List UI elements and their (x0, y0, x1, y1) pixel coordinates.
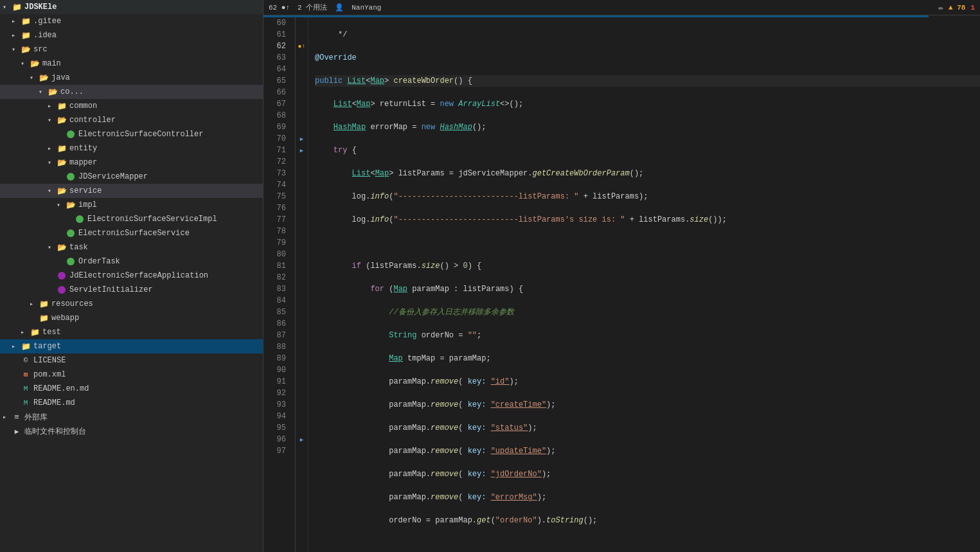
tree-label-main: main (42, 59, 61, 68)
gr-91 (296, 376, 308, 387)
arrow-impl (57, 201, 66, 209)
file-tree[interactable]: 📁 JDSKEle 📁 .gitee 📁 .idea 📂 src 📂 main … (0, 0, 263, 552)
tree-item-readmemd[interactable]: M README.md (0, 396, 263, 410)
java-file-icon-ess (66, 228, 76, 238)
tree-item-resources[interactable]: 📁 resources (0, 297, 263, 311)
tree-item-externallib[interactable]: ≡ 外部库 (0, 410, 263, 424)
folder-icon-webapp: 📁 (39, 313, 49, 323)
tree-item-test[interactable]: 📁 test (0, 325, 263, 339)
folder-icon-entity: 📁 (57, 143, 67, 154)
ln-63: 63 (263, 52, 290, 64)
tree-label-pomxml: pom.xml (33, 370, 66, 379)
tree-item-main[interactable]: 📂 main (0, 57, 263, 71)
gr-92 (296, 387, 308, 399)
tree-item-mapper[interactable]: 📂 mapper (0, 156, 263, 170)
tree-item-service[interactable]: 📂 service (0, 184, 263, 198)
tree-item-impl[interactable]: 📂 impl (0, 198, 263, 212)
arrow-root (3, 3, 12, 11)
code-area[interactable]: 60 61 62 63 64 65 66 67 68 69 70 71 72 7… (263, 17, 980, 552)
tree-item-pomxml[interactable]: m pom.xml (0, 368, 263, 382)
folder-icon: 📁 (12, 2, 22, 12)
gr-76 (296, 202, 308, 214)
author-name: NanYang (352, 4, 381, 12)
gr-89 (296, 353, 308, 364)
tree-item-java[interactable]: 📂 java (0, 71, 263, 85)
ln-65: 65 (263, 75, 290, 87)
java-file-icon-servletinit (57, 285, 67, 295)
folder-icon-gitee: 📁 (21, 16, 31, 26)
gr-65 (296, 75, 308, 87)
code-content: 60 61 62 63 64 65 66 67 68 69 70 71 72 7… (263, 17, 980, 552)
tree-label-impl: impl (78, 200, 97, 209)
author-icon: 👤 (335, 3, 344, 12)
tree-item-license[interactable]: © LICENSE (0, 353, 263, 368)
ln-72: 72 (263, 156, 290, 168)
tree-label-externallib: 外部库 (24, 412, 48, 423)
gr-70: ▶ (296, 133, 308, 145)
gr-77 (296, 214, 308, 226)
md-file-icon: M (21, 398, 31, 408)
ln-79: 79 (263, 237, 290, 249)
ln-80: 80 (263, 249, 290, 260)
tree-item-controller[interactable]: 📂 controller (0, 113, 263, 127)
java-file-icon-esc (66, 129, 76, 139)
line-75: paramMap.remove( key: "id"); (315, 376, 980, 387)
tree-item-target[interactable]: 📁 target (0, 339, 263, 353)
line-81: orderNo = paramMap.get("orderNo").toStri… (315, 515, 980, 526)
gr-68 (296, 110, 308, 121)
folder-icon-resources: 📁 (39, 299, 49, 309)
ln-94: 94 (263, 411, 290, 422)
tree-item-jdservicemapper[interactable]: JDServiceMapper (0, 170, 263, 184)
console-icon: ▶ (12, 426, 22, 436)
tree-item-jdapp[interactable]: JdElectronicSerfaceApplication (0, 269, 263, 283)
line-80: paramMap.remove( key: "errorMsg"); (315, 492, 980, 503)
line-61: @Override (315, 52, 980, 64)
tree-item-electronicsurfacecontroller[interactable]: ElectronicSurfaceController (0, 127, 263, 141)
tree-item-entity[interactable]: 📁 entity (0, 141, 263, 156)
tree-item-readmeenmd[interactable]: M README.en.md (0, 382, 263, 396)
line-65: try { (315, 145, 980, 156)
tree-item-ordertask[interactable]: OrderTask (0, 254, 263, 269)
gr-66 (296, 87, 308, 98)
line-64: HashMap errorMap = new HashMap(); (315, 121, 980, 133)
tree-item-gitee[interactable]: 📁 .gitee (0, 14, 263, 28)
arrow-main (21, 60, 30, 67)
tree-item-tempconsole[interactable]: ▶ 临时文件和控制台 (0, 424, 263, 438)
line-70: if (listParams.size() > 0) { (315, 260, 980, 272)
arrow-controller (48, 116, 57, 124)
ln-70: 70 (263, 133, 290, 145)
tree-item-idea[interactable]: 📁 .idea (0, 28, 263, 42)
xml-file-icon: m (21, 369, 31, 380)
java-file-icon-jdsm (66, 172, 76, 182)
tree-item-task[interactable]: 📂 task (0, 240, 263, 254)
arrow-task (48, 244, 57, 251)
gr-95 (296, 422, 308, 434)
tree-label-controller: controller (69, 116, 116, 125)
gr-64 (296, 64, 308, 75)
tree-item-ess[interactable]: ElectronicSurfaceService (0, 226, 263, 240)
ln-91: 91 (263, 376, 290, 387)
ln-76: 76 (263, 202, 290, 214)
tree-label-java: java (51, 73, 70, 82)
ln-60: 60 (263, 17, 290, 29)
gr-81 (296, 260, 308, 272)
tree-item-essimpl[interactable]: ElectronicSurfaceServiceImpl (0, 212, 263, 226)
line-77: paramMap.remove( key: "status"); (315, 422, 980, 434)
edit-icon: ✏ (938, 3, 943, 13)
lib-icon: ≡ (12, 412, 22, 422)
header-left: 62 ●↑ 2 个用法 👤 NanYang (269, 3, 381, 12)
tree-item-servletinit[interactable]: ServletInitializer (0, 283, 263, 297)
arrow-target (12, 343, 21, 350)
java-file-icon-essimpl (75, 214, 85, 224)
tree-item-com[interactable]: 📂 co... (0, 85, 263, 99)
line-78: paramMap.remove( key: "updateTime"); (315, 445, 980, 457)
tree-item-webapp[interactable]: 📁 webapp (0, 311, 263, 325)
arrow-gitee (12, 17, 21, 25)
usage-count[interactable]: 2 个用法 (298, 3, 327, 12)
folder-icon-impl: 📂 (66, 200, 76, 210)
ln-93: 93 (263, 399, 290, 411)
tree-item-root[interactable]: 📁 JDSKEle (0, 0, 263, 14)
tree-label-webapp: webapp (51, 314, 79, 323)
tree-item-src[interactable]: 📂 src (0, 42, 263, 57)
tree-item-common[interactable]: 📁 common (0, 99, 263, 113)
